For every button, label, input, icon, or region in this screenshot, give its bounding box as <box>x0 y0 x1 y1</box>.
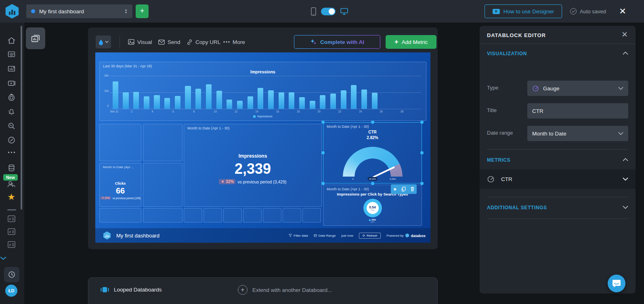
sidebar-item-home[interactable] <box>0 36 23 45</box>
sidebar-item-databoards-active[interactable] <box>26 27 45 49</box>
date-range-select[interactable]: Month to Date <box>527 126 628 141</box>
sidebar-item-data-manager[interactable] <box>0 164 23 172</box>
sidebar-scrollbar[interactable] <box>21 26 22 210</box>
chevron-up-icon[interactable] <box>623 158 628 161</box>
databox-logo-icon[interactable] <box>5 4 19 19</box>
device-toggle[interactable] <box>321 8 336 15</box>
empty-cell[interactable] <box>302 208 321 223</box>
mobile-view-icon[interactable] <box>311 7 316 16</box>
refresh-button[interactable]: ⟳ Refresh <box>359 233 381 239</box>
type-select[interactable]: Gauge <box>527 81 628 96</box>
donut-center-caption: Total <box>371 209 375 211</box>
resize-handle[interactable] <box>420 182 424 185</box>
bar-chart-legend[interactable]: Impressions <box>100 115 426 118</box>
databoard-thumb-icon <box>8 228 15 235</box>
sidebar-item-history[interactable] <box>4 267 19 282</box>
sidebar-item-benchmarks[interactable] <box>0 136 23 144</box>
looped-databoards-card: Looped Databoards + Extend with another … <box>88 277 438 304</box>
date-range-button[interactable]: Date Range <box>314 234 336 237</box>
trash-icon[interactable] <box>410 187 415 192</box>
empty-block[interactable] <box>143 124 183 161</box>
clicks-value: 66 <box>116 186 125 196</box>
more-dots-icon <box>223 41 230 43</box>
impressions-bar-chart-block[interactable]: Last 30 days (Mar 31 - Apr 29) Impressio… <box>99 62 426 121</box>
add-metric-button[interactable]: + Add Metric <box>386 35 436 49</box>
chevron-up-icon[interactable] <box>623 52 628 55</box>
resize-handle[interactable] <box>420 121 424 124</box>
dashboard-selector[interactable]: My first dashboard ▲▼ <box>26 4 132 18</box>
designer-canvas-card: Visual Send Copy URL More <box>88 27 438 249</box>
donut-chart: 0.54 Total <box>363 199 382 217</box>
empty-cell[interactable] <box>143 208 183 223</box>
resize-handle[interactable] <box>371 121 374 124</box>
sidebar-item-numbers[interactable]: 123 <box>0 50 23 58</box>
empty-block[interactable] <box>143 163 183 207</box>
ctr-gauge-block[interactable]: Month to Date (Apr 1 - 30) CTR 2.82% 85.… <box>323 122 422 183</box>
datablock-editor-panel: DATABLOCK EDITOR ✕ VISUALIZATION Type Ga… <box>480 26 636 294</box>
sidebar-item-account[interactable] <box>0 181 23 188</box>
title-input[interactable]: CTR <box>527 103 628 119</box>
send-button[interactable]: Send <box>158 35 180 48</box>
complete-with-ai-button[interactable]: Complete with AI <box>294 35 380 49</box>
duplicate-icon[interactable] <box>401 187 406 192</box>
gauge-value: 2.82% <box>323 135 422 140</box>
empty-block[interactable] <box>99 124 141 161</box>
sidebar-expand-chevron-icon[interactable] <box>0 256 23 260</box>
user-avatar[interactable]: ŁD <box>5 285 17 297</box>
additional-settings-section-header[interactable]: ADDITIONAL SETTINGS <box>487 205 547 210</box>
resize-handle[interactable] <box>321 151 325 154</box>
sidebar-databoard-thumb-3[interactable] <box>0 241 23 248</box>
theme-selector-button[interactable] <box>96 35 111 48</box>
empty-cell[interactable] <box>203 208 222 223</box>
link-icon <box>187 39 193 45</box>
looped-databoards-button[interactable]: Looped Databoards <box>101 287 162 293</box>
impressions-number-block[interactable]: Month to Date (Apr 1 - 30) Impressions 2… <box>184 124 322 207</box>
empty-cell[interactable] <box>263 208 281 223</box>
extend-label: Extend with another Databoard... <box>252 287 332 293</box>
desktop-view-icon[interactable] <box>340 8 348 15</box>
visual-button[interactable]: Visual <box>128 35 152 48</box>
resize-handle[interactable] <box>371 182 374 185</box>
favorites-star-icon[interactable]: ★ <box>0 192 23 202</box>
favorite-star-icon[interactable]: ★ <box>393 187 397 192</box>
visualization-section-header[interactable]: VISUALIZATION <box>487 51 527 56</box>
gauge-metric-icon <box>487 175 495 183</box>
empty-cell[interactable] <box>243 208 262 223</box>
extend-databoard-button[interactable]: + Extend with another Databoard... <box>238 285 332 295</box>
filter-data-button[interactable]: Filter data <box>289 234 308 237</box>
metric-name: CTR <box>501 176 616 182</box>
how-to-use-designer-button[interactable]: How to use Designer <box>485 4 562 18</box>
support-chat-button[interactable] <box>608 275 625 292</box>
impressions-date-label: Month to Date (Apr 1 - 30) <box>187 126 230 130</box>
empty-cell[interactable] <box>223 208 242 223</box>
resize-handle[interactable] <box>321 121 325 124</box>
gauge-percent-label: 85.83% <box>367 177 378 181</box>
impressions-delta-note: vs previous period (3,429) <box>237 179 286 184</box>
empty-cell[interactable] <box>184 208 202 223</box>
clicks-block[interactable]: Month to Date (Apr ... Clicks 66 ▼ 37% v… <box>99 163 141 207</box>
empty-cell[interactable] <box>283 208 301 223</box>
empty-cell[interactable] <box>99 208 141 223</box>
close-designer-button[interactable]: ✕ <box>618 7 627 16</box>
metrics-section-header[interactable]: METRICS <box>487 157 510 163</box>
resize-handle[interactable] <box>420 151 424 154</box>
sidebar-databoard-thumb-2[interactable] <box>0 228 23 235</box>
dashboard-status-dot-icon <box>31 9 35 13</box>
resize-handle[interactable] <box>321 182 325 185</box>
editor-close-button[interactable]: ✕ <box>620 30 629 39</box>
sidebar-item-goals[interactable] <box>0 93 23 102</box>
sidebar-databoard-thumb-1[interactable] <box>0 215 23 222</box>
chevron-down-icon[interactable] <box>623 206 628 209</box>
sidebar-item-metrics[interactable] <box>0 65 23 73</box>
copy-url-button[interactable]: Copy URL <box>187 35 220 48</box>
sidebar-item-videos[interactable] <box>0 79 23 87</box>
sidebar-item-more[interactable] <box>0 151 23 154</box>
more-button[interactable]: More <box>223 35 245 48</box>
visual-label: Visual <box>137 39 152 45</box>
metric-row-ctr[interactable]: CTR <box>480 169 636 189</box>
add-databoard-button[interactable]: + <box>136 4 149 18</box>
title-label: Title <box>487 107 497 113</box>
sidebar-item-alerts[interactable] <box>0 108 23 116</box>
chevron-down-icon <box>618 87 623 90</box>
sidebar-item-query-builder[interactable] <box>0 122 23 130</box>
